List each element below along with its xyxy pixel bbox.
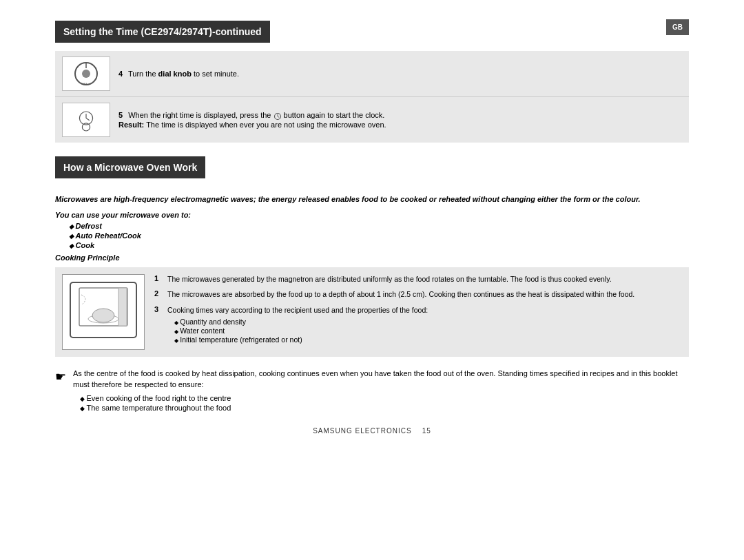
principle-step-2: 2 The microwaves are absorbed by the foo… [154,289,682,300]
note-content: As the centre of the food is cooked by h… [73,368,689,413]
inline-clock-icon [273,112,282,121]
step-5-icon [62,103,110,137]
footer-page-number: 15 [422,427,431,435]
svg-text:• • •: • • • [81,81,87,85]
bullet-cook: Cook [69,241,689,249]
step-4-text-after: to set minute. [192,70,239,78]
note-bullet-2: The same temperature throughout the food [80,404,689,412]
step-4-bold: dial knob [158,70,192,78]
step-5-content: 5 When the right time is displayed, pres… [118,111,682,128]
principle-step-2-text: The microwaves are absorbed by the food … [167,289,634,300]
svg-point-14 [92,309,114,322]
principle-steps-container: 1 The microwaves generated by the magnet… [154,274,682,350]
svg-line-10 [278,116,279,118]
principle-step-3-num: 3 [154,305,164,313]
step-5-result: Result: The time is displayed when ever … [118,121,386,129]
cooking-principle-label: Cooking Principle [55,253,689,262]
step-4-content: 4 Turn the dial knob to set minute. [118,70,682,78]
footer-brand: SAMSUNG ELECTRONICS [313,427,411,435]
step-5-text-after: button again to start the clock. [284,111,385,119]
step-row-4: • • • 4 Turn the dial knob to set minute… [55,51,689,97]
section-title-microwave: How a Microwave Oven Work [55,156,205,178]
steps-container: • • • 4 Turn the dial knob to set minute… [55,51,689,143]
sub-bullet-temp: Initial temperature (refrigerated or not… [174,335,428,344]
intro-bold-text: Microwaves are high-frequency electromag… [55,194,689,205]
svg-rect-15 [118,288,127,326]
step-5-text: When the right time is displayed, press … [128,111,273,119]
note-bullet-1: Even cooking of the food right to the ce… [80,394,689,402]
step-4-number: 4 [118,70,123,78]
gb-badge: GB [666,19,689,35]
section-setting-time: Setting the Time (CE2974/2974T)-continue… [55,21,689,143]
step-row-5: 5 When the right time is displayed, pres… [55,97,689,143]
principle-sub-bullets: Quantity and density Water content Initi… [174,318,428,344]
principle-step-1-num: 1 [154,274,164,282]
step-4-text-before: Turn the [128,70,158,78]
principle-step-3-content: Cooking times vary according to the reci… [167,305,428,344]
oven-diagram [62,274,145,350]
note-text-main: As the centre of the food is cooked by h… [73,368,689,391]
svg-line-6 [86,118,90,121]
bullet-defrost: Defrost [69,222,689,230]
note-icon: ☛ [55,369,66,384]
dial-knob-icon: • • • [69,60,103,87]
principle-step-2-num: 2 [154,289,164,298]
section-title-setting-time: Setting the Time (CE2974/2974T)-continue… [55,21,270,43]
principle-step-1: 1 The microwaves generated by the magnet… [154,274,682,284]
step-5-number: 5 [118,111,123,119]
svg-point-7 [82,123,90,131]
you-can-text: You can use your microwave oven to: [55,211,689,219]
bullet-list-uses: Defrost Auto Reheat/Cook Cook [69,222,689,249]
principle-step-3-text: Cooking times vary according to the reci… [167,306,428,314]
note-section: ☛ As the centre of the food is cooked by… [55,368,689,413]
note-bullet-list: Even cooking of the food right to the ce… [80,394,689,412]
cooking-principle-box: 1 The microwaves generated by the magnet… [55,267,689,357]
section-how-microwave: How a Microwave Oven Work Microwaves are… [55,156,689,357]
clock-icon [69,106,103,134]
sub-bullet-quantity: Quantity and density [174,318,428,326]
oven-diagram-svg [69,281,138,343]
sub-bullet-water: Water content [174,326,428,335]
principle-step-1-text: The microwaves generated by the magnetro… [167,274,612,284]
principle-step-3: 3 Cooking times vary according to the re… [154,305,682,344]
footer: SAMSUNG ELECTRONICS 15 [55,427,689,435]
svg-point-1 [82,70,90,78]
bullet-auto-reheat: Auto Reheat/Cook [69,231,689,240]
step-4-icon: • • • [62,56,110,91]
